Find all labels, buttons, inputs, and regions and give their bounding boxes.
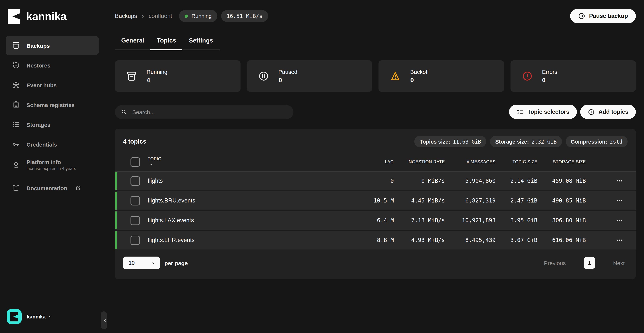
account-logo <box>7 309 22 324</box>
row-menu-button[interactable] <box>614 235 624 245</box>
column-header-ingestion-rate[interactable]: INGESTION RATE <box>394 160 445 164</box>
stat-card-running: Running 4 <box>115 60 240 92</box>
search-box[interactable] <box>115 105 294 119</box>
table-row: flights.LHR.events 8.8 M 4.93 MiB/s 8,49… <box>115 230 636 250</box>
cell-lag: 8.8 M <box>353 237 394 244</box>
stat-value: 0 <box>542 77 557 84</box>
topic-selectors-button[interactable]: Topic selectors <box>509 105 577 119</box>
account-switcher[interactable]: kannika <box>7 309 53 324</box>
award-icon <box>12 161 20 169</box>
status-dot-icon <box>184 14 188 18</box>
tab-bar: General Topics Settings <box>115 34 220 50</box>
table-header-row: TOPIC LAG INGESTION RATE # MESSAGES TOPI… <box>115 152 636 172</box>
cell-messages: 5,904,860 <box>445 178 496 184</box>
chevron-down-icon <box>152 260 156 265</box>
topics-size-badge: Topics size: 11.63 GiB <box>414 136 486 147</box>
ellipsis-icon <box>616 217 623 224</box>
cell-topic: flights.LHR.events <box>148 237 353 244</box>
app-window: kannika Backups Restores <box>0 0 644 333</box>
breadcrumb-separator: › <box>142 13 144 20</box>
stat-card-text: Paused 0 <box>278 68 298 84</box>
panel-header: 4 topics Topics size: 11.63 GiB Storage … <box>115 129 636 152</box>
row-checkbox[interactable] <box>130 216 140 225</box>
search-input[interactable] <box>132 108 288 116</box>
archive-box-icon <box>126 70 137 82</box>
status-label: Running <box>192 13 212 19</box>
history-icon <box>12 61 20 69</box>
current-page-button[interactable]: 1 <box>584 257 595 269</box>
column-header-messages[interactable]: # MESSAGES <box>445 160 496 164</box>
pagination: 10 per page Previous 1 Next <box>115 248 636 279</box>
column-header-topic-size[interactable]: TOPIC SIZE <box>496 160 537 164</box>
stat-value: 0 <box>278 77 298 84</box>
cell-storage-size: 806.80 MiB <box>537 217 586 224</box>
sidebar-item-label: Platform info <box>26 159 76 165</box>
sidebar-item-label: Documentation <box>26 185 67 191</box>
main-content: Backups › confluent Running 16.51 MiB/s … <box>104 0 644 333</box>
sidebar-item-restores[interactable]: Restores <box>6 56 99 75</box>
tab-general[interactable]: General <box>115 34 150 50</box>
storage-stack-icon <box>12 120 20 129</box>
cell-topic-size: 2.14 GiB <box>496 178 537 184</box>
topics-toolbar: Topic selectors Add topics <box>115 105 636 119</box>
stat-card-paused: Paused 0 <box>247 60 372 92</box>
page-size-select[interactable]: 10 <box>123 256 160 269</box>
cell-topic: flights.LAX.events <box>148 217 353 224</box>
page-size-value: 10 <box>129 260 134 266</box>
cell-messages: 6,827,319 <box>445 197 496 204</box>
column-header-storage-size[interactable]: STORAGE SIZE <box>537 160 586 164</box>
previous-page-button[interactable]: Previous <box>542 259 568 266</box>
status-bar <box>115 192 117 210</box>
sort-chevron-icon <box>148 162 153 167</box>
sidebar-item-backups[interactable]: Backups <box>6 36 99 55</box>
add-topics-button[interactable]: Add topics <box>580 105 636 119</box>
sidebar-item-documentation[interactable]: Documentation <box>6 178 99 198</box>
tab-topics[interactable]: Topics <box>150 34 182 50</box>
sidebar-item-label: Restores <box>26 62 50 68</box>
next-page-button[interactable]: Next <box>611 259 627 266</box>
row-checkbox[interactable] <box>130 196 140 205</box>
account-name-label: kannika <box>27 314 46 320</box>
platform-info-text: Platform info License expires in 4 years <box>26 159 76 171</box>
sidebar-item-label: Backups <box>26 42 50 49</box>
stat-label: Running <box>146 68 168 75</box>
topic-selectors-label: Topic selectors <box>528 108 570 115</box>
tab-settings[interactable]: Settings <box>182 34 220 50</box>
size-badges: Topics size: 11.63 GiB Storage size: 2.3… <box>414 136 628 147</box>
sidebar-item-credentials[interactable]: Credentials <box>6 134 99 154</box>
column-header-lag[interactable]: LAG <box>353 160 394 164</box>
stat-card-backoff: Backoff 0 <box>378 60 504 92</box>
sidebar-item-event-hubs[interactable]: Event hubs <box>6 75 99 95</box>
pause-backup-button[interactable]: Pause backup <box>570 9 636 23</box>
pause-backup-label: Pause backup <box>589 13 628 20</box>
cell-ingestion-rate: 0 MiB/s <box>394 178 445 184</box>
row-menu-button[interactable] <box>614 215 624 226</box>
cell-storage-size: 616.06 MiB <box>537 237 586 244</box>
stat-label: Backoff <box>410 68 429 75</box>
sidebar-item-storages[interactable]: Storages <box>6 115 99 134</box>
sidebar-item-label: Credentials <box>26 141 57 148</box>
sidebar-item-platform-info[interactable]: Platform info License expires in 4 years <box>6 154 99 175</box>
throughput-badge: 16.51 MiB/s <box>221 10 268 22</box>
key-icon <box>12 140 20 148</box>
cell-topic-size: 3.95 GiB <box>496 217 537 224</box>
sidebar-item-schema-registries[interactable]: Schema registries <box>6 95 99 114</box>
row-menu-button[interactable] <box>614 196 624 206</box>
book-open-icon <box>12 184 20 192</box>
row-menu-button[interactable] <box>614 176 624 186</box>
plus-circle-icon <box>588 108 595 116</box>
status-bar <box>115 172 117 190</box>
select-all-checkbox[interactable] <box>130 157 140 166</box>
column-header-topic[interactable]: TOPIC <box>148 156 353 167</box>
ellipsis-icon <box>616 177 623 184</box>
breadcrumb-root[interactable]: Backups <box>115 13 137 20</box>
triangle-alert-icon <box>390 70 401 82</box>
pause-circle-icon <box>578 12 586 20</box>
row-checkbox[interactable] <box>130 176 140 186</box>
cell-topic: flights.BRU.events <box>148 197 353 204</box>
table-body: flights 0 0 MiB/s 5,904,860 2.14 GiB 459… <box>115 172 636 250</box>
kannika-logo-icon <box>7 8 20 24</box>
topics-count: 4 topics <box>123 138 146 145</box>
row-checkbox[interactable] <box>130 236 140 245</box>
hub-network-icon <box>12 81 20 89</box>
